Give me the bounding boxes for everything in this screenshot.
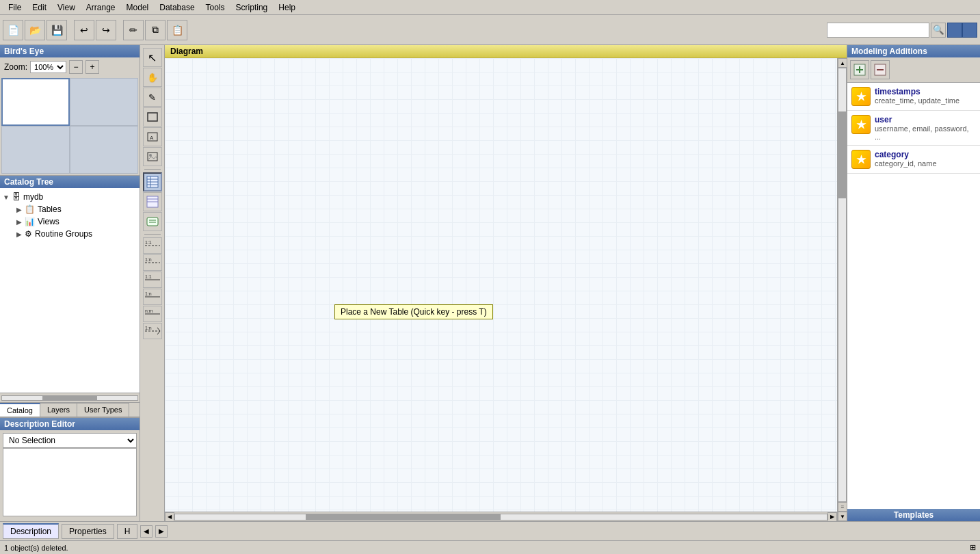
- select-tool-button[interactable]: ↖: [143, 48, 162, 67]
- category-icon: ★: [851, 150, 871, 169]
- save-button[interactable]: 💾: [47, 20, 67, 40]
- redo-button[interactable]: ↪: [96, 20, 116, 40]
- v-center-divider: ≡: [838, 502, 847, 512]
- tree-routine-groups[interactable]: ▶ ⚙ Routine Groups: [16, 228, 137, 240]
- birds-eye-title: Bird's Eye: [0, 45, 140, 57]
- bottom-nav-right-button[interactable]: ▶: [155, 525, 168, 538]
- copy-button[interactable]: ⧉: [145, 20, 165, 40]
- v-scroll-up-button[interactable]: ▲: [838, 58, 847, 68]
- tree-root-label: mydb: [23, 192, 43, 202]
- hand-tool-button[interactable]: ✋: [143, 68, 162, 87]
- place-routine-button[interactable]: [143, 212, 162, 231]
- modeling-item-timestamps[interactable]: ★ timestamps create_time, update_time: [847, 83, 980, 111]
- menu-tools[interactable]: Tools: [200, 1, 230, 14]
- modeling-item-user[interactable]: ★ user username, email, password, ...: [847, 111, 980, 146]
- rel-1-n-id-button[interactable]: 1:n: [143, 289, 162, 305]
- user-info: user username, email, password, ...: [875, 115, 976, 141]
- category-info: category category_id, name: [875, 150, 976, 168]
- zoom-out-button[interactable]: −: [69, 60, 83, 74]
- tab-description[interactable]: Description: [3, 523, 59, 539]
- h-scroll-left-button[interactable]: ◀: [165, 512, 174, 522]
- tab-properties[interactable]: Properties: [62, 524, 114, 539]
- tab-user-types[interactable]: User Types: [77, 403, 129, 417]
- timestamps-icon: ★: [851, 87, 871, 106]
- desc-text-area[interactable]: [3, 448, 137, 516]
- vt-separator-2: [144, 234, 161, 235]
- tree-tables[interactable]: ▶ 📋 Tables: [16, 203, 137, 215]
- v-scroll-down-button[interactable]: ▼: [838, 512, 847, 521]
- catalog-scroll-thumb[interactable]: [42, 396, 96, 400]
- rel-n-m-button[interactable]: n:m: [143, 306, 162, 322]
- menu-view[interactable]: View: [52, 1, 81, 14]
- place-view-button[interactable]: [143, 192, 162, 211]
- statusbar-right: ⊞: [970, 543, 976, 552]
- rect-tool-button[interactable]: [143, 107, 162, 127]
- modeling-remove-button[interactable]: [871, 60, 890, 79]
- menu-model[interactable]: Model: [121, 1, 155, 14]
- tree-arrow-routines: ▶: [16, 230, 22, 238]
- tree-arrow-root: ▼: [3, 194, 10, 201]
- menubar: File Edit View Arrange Model Database To…: [0, 0, 980, 15]
- tree-root[interactable]: ▼ 🗄 mydb: [3, 191, 137, 203]
- status-message: 1 object(s) deleted.: [4, 544, 68, 552]
- menu-database[interactable]: Database: [154, 1, 200, 14]
- paste-button[interactable]: 📋: [167, 20, 187, 40]
- modeling-item-category[interactable]: ★ category category_id, name: [847, 146, 980, 174]
- user-name: user: [875, 115, 976, 124]
- label-tool-button[interactable]: A: [143, 127, 162, 146]
- menu-arrange[interactable]: Arrange: [81, 1, 121, 14]
- birds-eye-q2: [70, 78, 138, 126]
- rel-1-n-nonid-button[interactable]: 1:n: [143, 254, 162, 271]
- birds-eye-q1: [1, 78, 70, 126]
- v-scroll-thumb[interactable]: [838, 111, 846, 198]
- view-btn-2[interactable]: [962, 23, 977, 38]
- tree-views[interactable]: ▶ 📊 Views: [16, 215, 137, 228]
- desc-editor-title: Description Editor: [0, 418, 140, 430]
- catalog-tree-panel: Catalog Tree ▼ 🗄 mydb ▶ 📋 Tables ▶ 📊: [0, 176, 140, 417]
- place-table-icon: [146, 176, 159, 188]
- undo-button[interactable]: ↩: [74, 20, 94, 40]
- routines-icon: ⚙: [25, 229, 32, 239]
- rel-1-1-nonid-icon: 1:1: [144, 238, 161, 253]
- place-table-button[interactable]: [143, 172, 162, 192]
- tree-routines-label: Routine Groups: [35, 229, 92, 239]
- bottom-nav-left-button[interactable]: ◀: [140, 525, 153, 538]
- image-tool-button[interactable]: [143, 147, 162, 166]
- menu-edit[interactable]: Edit: [27, 1, 52, 14]
- rel-1-n-nonspec-button[interactable]: 1:n: [143, 323, 162, 339]
- open-button[interactable]: 📂: [25, 20, 45, 40]
- right-panel: Modeling Additions ★: [847, 45, 980, 521]
- h-scroll-right-button[interactable]: ▶: [827, 512, 837, 522]
- h-scroll-track[interactable]: [174, 514, 827, 520]
- diagram-hscroll: ◀ ▶: [165, 512, 837, 521]
- timestamps-desc: create_time, update_time: [875, 96, 976, 105]
- search-input[interactable]: [827, 23, 929, 38]
- edit-button[interactable]: ✏: [123, 20, 144, 40]
- label-icon: A: [147, 132, 158, 142]
- tab-catalog[interactable]: Catalog: [0, 403, 40, 417]
- desc-select[interactable]: No Selection: [3, 433, 137, 448]
- category-name: category: [875, 150, 976, 159]
- search-button[interactable]: 🔍: [931, 23, 946, 38]
- menu-help[interactable]: Help: [273, 1, 301, 14]
- menu-file[interactable]: File: [3, 1, 27, 14]
- new-button[interactable]: 📄: [3, 20, 23, 40]
- tab-h[interactable]: H: [117, 524, 138, 539]
- zoom-in-button[interactable]: +: [85, 60, 99, 74]
- rel-1-1-nonid-button[interactable]: 1:1: [143, 237, 162, 254]
- category-desc: category_id, name: [875, 159, 976, 168]
- catalog-scroll-track[interactable]: [1, 395, 138, 401]
- zoom-select[interactable]: 100% 50% 75% 125% 150% 200%: [30, 61, 66, 73]
- modeling-add-button[interactable]: [850, 60, 869, 79]
- pencil-tool-button[interactable]: ✎: [143, 88, 162, 107]
- svg-text:A: A: [150, 135, 154, 141]
- v-scroll-track[interactable]: [838, 68, 847, 502]
- view-btn-1[interactable]: [947, 23, 962, 38]
- catalog-scrollbar[interactable]: [0, 393, 140, 402]
- h-scroll-thumb[interactable]: [306, 514, 501, 520]
- birds-eye-canvas[interactable]: [1, 78, 138, 174]
- diagram-canvas[interactable]: Place a New Table (Quick key - press T): [165, 58, 837, 512]
- rel-1-1-id-button[interactable]: 1:1: [143, 272, 162, 288]
- tab-layers[interactable]: Layers: [40, 403, 77, 417]
- menu-scripting[interactable]: Scripting: [230, 1, 274, 14]
